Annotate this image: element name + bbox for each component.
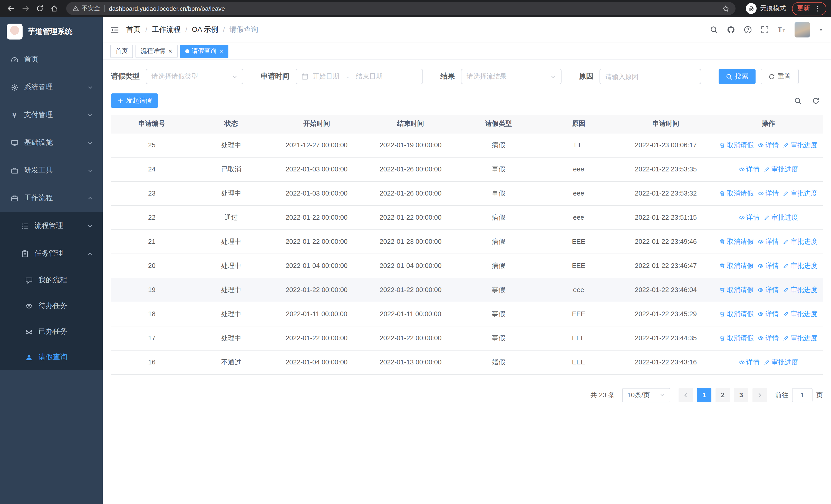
detail-link[interactable]: 详情: [739, 213, 760, 222]
eye-icon: [24, 302, 33, 310]
sidebar-item-task-management[interactable]: 任务管理: [0, 240, 103, 267]
next-page-button[interactable]: [752, 388, 767, 402]
cancel-leave-link[interactable]: 取消请假: [719, 140, 754, 150]
clipboard-icon: [20, 250, 29, 257]
approval-progress-link[interactable]: 审批进度: [783, 333, 818, 343]
breadcrumb-item[interactable]: OA 示例: [192, 25, 219, 34]
detail-link[interactable]: 详情: [758, 261, 779, 270]
browser-menu-icon[interactable]: [814, 5, 821, 12]
user-avatar[interactable]: [795, 22, 810, 37]
detail-link[interactable]: 详情: [758, 140, 779, 150]
cancel-leave-link[interactable]: 取消请假: [719, 333, 754, 343]
help-icon[interactable]: [744, 26, 752, 34]
address-bar[interactable]: 不安全 dashboard.yudao.iocoder.cn/bpm/oa/le…: [66, 2, 736, 15]
browser-home-icon[interactable]: [48, 2, 61, 15]
browser-reload-icon[interactable]: [33, 2, 46, 15]
page-button-3[interactable]: 3: [734, 388, 748, 402]
cancel-leave-link[interactable]: 取消请假: [719, 237, 754, 246]
detail-link[interactable]: 详情: [758, 188, 779, 198]
approval-progress-link[interactable]: 审批进度: [783, 140, 818, 150]
close-icon[interactable]: ×: [168, 48, 172, 54]
github-icon[interactable]: [727, 26, 735, 34]
sidebar-item-done-tasks[interactable]: 已办任务: [0, 319, 103, 345]
detail-link[interactable]: 详情: [758, 285, 779, 294]
detail-link[interactable]: 详情: [739, 357, 760, 367]
header-search-icon[interactable]: [710, 26, 718, 34]
url-text[interactable]: dashboard.yudao.iocoder.cn/bpm/oa/leave: [109, 5, 225, 12]
sidebar-item-process-management[interactable]: 流程管理: [0, 212, 103, 240]
approval-progress-link[interactable]: 审批进度: [783, 309, 818, 319]
sidebar-item-my-process[interactable]: 我的流程: [0, 267, 103, 293]
table-cell: EEE: [540, 326, 618, 350]
page-size-select[interactable]: 10条/页: [622, 388, 670, 402]
detail-link[interactable]: 详情: [758, 333, 779, 343]
sidebar-item-system-management[interactable]: 系统管理: [0, 73, 103, 101]
table-cell: 2022-01-22 23:43:16: [618, 350, 714, 374]
sidebar-item-payment-management[interactable]: ¥支付管理: [0, 101, 103, 129]
approval-progress-link[interactable]: 审批进度: [783, 237, 818, 246]
reason-input[interactable]: [605, 72, 695, 80]
detail-link[interactable]: 详情: [739, 165, 760, 174]
browser-forward-icon[interactable]: [19, 2, 32, 15]
approval-progress-link[interactable]: 审批进度: [764, 213, 798, 222]
table-cell: 事假: [458, 278, 540, 302]
table-cell: 2022-01-22 00:00:00: [270, 205, 364, 230]
cancel-leave-link[interactable]: 取消请假: [719, 285, 754, 294]
app-logo: [7, 23, 23, 39]
sidebar-item-infrastructure[interactable]: 基础设施: [0, 129, 103, 156]
approval-progress-link[interactable]: 审批进度: [783, 261, 818, 270]
apply-time-range-picker[interactable]: 开始日期 - 结束日期: [296, 69, 423, 84]
cancel-leave-link[interactable]: 取消请假: [719, 309, 754, 319]
tab-process-detail[interactable]: 流程详情×: [136, 45, 177, 58]
result-select[interactable]: 请选择流结果: [461, 69, 562, 84]
security-warning[interactable]: 不安全: [73, 4, 100, 13]
cancel-leave-link[interactable]: 取消请假: [719, 188, 754, 198]
table-row: 25处理中2021-12-27 00:00:002022-01-19 00:00…: [111, 133, 823, 157]
leave-type-select[interactable]: 请选择请假类型: [146, 69, 243, 84]
browser-back-icon[interactable]: [5, 2, 18, 15]
prev-page-button[interactable]: [679, 388, 693, 402]
table-refresh-icon[interactable]: [812, 97, 820, 105]
sidebar-item-workflow[interactable]: 工作流程: [0, 184, 103, 212]
user-menu-caret-icon[interactable]: [819, 27, 823, 32]
row-actions: 详情审批进度: [714, 157, 823, 181]
sidebar-item-label: 支付管理: [24, 110, 53, 120]
goto-page-input[interactable]: [792, 388, 812, 402]
cancel-leave-link[interactable]: 取消请假: [719, 261, 754, 270]
bookmark-star-icon[interactable]: [722, 5, 729, 12]
approval-progress-link[interactable]: 审批进度: [764, 165, 798, 174]
detail-link[interactable]: 详情: [758, 237, 779, 246]
create-leave-button[interactable]: 发起请假: [111, 93, 158, 108]
approval-progress-link[interactable]: 审批进度: [764, 357, 798, 367]
breadcrumb-item[interactable]: 首页: [126, 25, 141, 34]
browser-update-button[interactable]: 更新: [792, 2, 826, 15]
sidebar-item-leave-query[interactable]: 请假查询: [0, 345, 103, 370]
sidebar-item-dev-tools[interactable]: 研发工具: [0, 156, 103, 184]
table-cell: 2022-01-22 00:00:00: [364, 278, 458, 302]
page-size-label: 10条/页: [627, 390, 650, 399]
column-header: 操作: [714, 115, 823, 133]
chevron-down-icon: [87, 168, 93, 173]
detail-link[interactable]: 详情: [758, 309, 779, 319]
table-search-toggle-icon[interactable]: [794, 97, 802, 105]
approval-progress-link[interactable]: 审批进度: [783, 188, 818, 198]
sidebar-item-home[interactable]: 首页: [0, 46, 103, 73]
column-header: 申请编号: [111, 115, 193, 133]
approval-progress-link[interactable]: 审批进度: [783, 285, 818, 294]
sidebar-item-label: 系统管理: [24, 83, 53, 92]
close-icon[interactable]: ×: [220, 48, 223, 54]
page-button-1[interactable]: 1: [697, 388, 711, 402]
table-tools: [794, 97, 823, 105]
breadcrumb-item[interactable]: 工作流程: [152, 25, 181, 34]
tab-home[interactable]: 首页: [110, 45, 133, 58]
sidebar-collapse-icon[interactable]: [110, 25, 119, 34]
table-row: 20处理中2022-01-04 00:00:002022-01-04 00:00…: [111, 254, 823, 278]
page-button-2[interactable]: 2: [716, 388, 730, 402]
reset-button[interactable]: 重置: [761, 69, 799, 84]
font-size-icon[interactable]: TT: [778, 26, 786, 34]
sidebar-item-todo-tasks[interactable]: 待办任务: [0, 293, 103, 319]
tab-leave-query[interactable]: 请假查询×: [180, 45, 228, 58]
fullscreen-icon[interactable]: [761, 26, 769, 34]
table-cell: 2021-12-27 00:00:00: [270, 133, 364, 157]
search-button[interactable]: 搜索: [719, 69, 755, 84]
